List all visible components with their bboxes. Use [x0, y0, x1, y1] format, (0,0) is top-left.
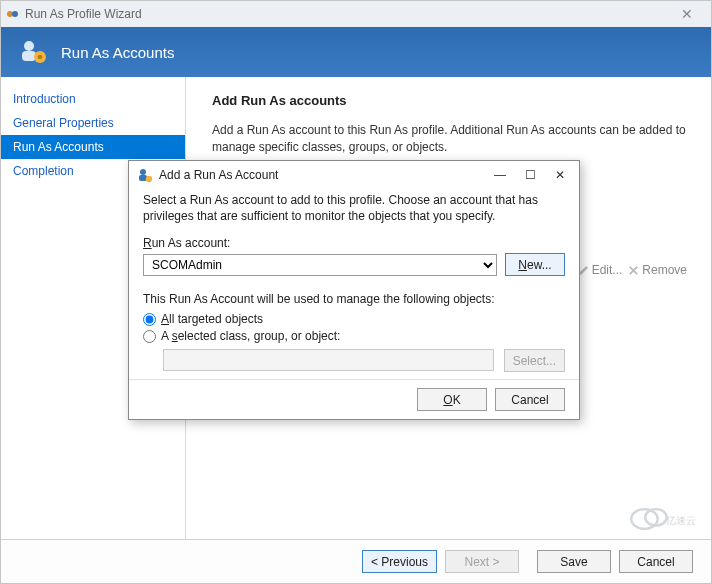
svg-point-6: [140, 169, 146, 175]
ok-button[interactable]: OK: [417, 388, 487, 411]
radio-all-targeted[interactable]: All targeted objects: [143, 312, 565, 326]
window-close-button[interactable]: ✕: [667, 6, 707, 22]
run-as-account-label: Run As account:: [143, 236, 565, 250]
svg-rect-7: [139, 175, 147, 181]
select-object-button: Select...: [504, 349, 565, 372]
sidebar-item-general-properties[interactable]: General Properties: [1, 111, 185, 135]
remove-action[interactable]: Remove: [628, 263, 687, 277]
radio-selected-label: A selected class, group, or object:: [161, 329, 340, 343]
page-heading: Add Run As accounts: [212, 93, 691, 108]
svg-point-2: [24, 41, 34, 51]
runas-icon: [17, 36, 49, 68]
dialog-instruction: Select a Run As account to add to this p…: [143, 193, 565, 224]
svg-rect-3: [22, 51, 36, 61]
dialog-title: Add a Run As Account: [159, 168, 485, 182]
wizard-banner: Run As Accounts: [1, 27, 711, 77]
dialog-maximize-button[interactable]: ☐: [515, 168, 545, 182]
cancel-button-dialog[interactable]: Cancel: [495, 388, 565, 411]
radio-selected-object-input[interactable]: [143, 330, 156, 343]
svg-point-8: [146, 176, 152, 182]
save-button[interactable]: Save: [537, 550, 611, 573]
page-description: Add a Run As account to this Run As prof…: [212, 122, 691, 156]
edit-label: Edit...: [592, 263, 623, 277]
remove-label: Remove: [642, 263, 687, 277]
previous-button[interactable]: < Previous: [362, 550, 437, 573]
used-for-text: This Run As Account will be used to mana…: [143, 292, 565, 306]
radio-all-targeted-input[interactable]: [143, 313, 156, 326]
svg-point-1: [12, 11, 18, 17]
window-titlebar: Run As Profile Wizard ✕: [1, 1, 711, 27]
cancel-button-footer[interactable]: Cancel: [619, 550, 693, 573]
banner-title: Run As Accounts: [61, 44, 174, 61]
radio-all-label: All targeted objects: [161, 312, 263, 326]
edit-action[interactable]: Edit...: [578, 263, 623, 277]
run-as-account-select[interactable]: SCOMAdmin: [143, 254, 497, 276]
dialog-titlebar: Add a Run As Account — ☐ ✕: [129, 161, 579, 189]
dialog-icon: [137, 167, 153, 183]
sidebar-item-introduction[interactable]: Introduction: [1, 87, 185, 111]
sidebar-item-run-as-accounts[interactable]: Run As Accounts: [1, 135, 185, 159]
svg-point-5: [38, 55, 43, 60]
delete-icon: [628, 265, 639, 276]
dialog-minimize-button[interactable]: —: [485, 168, 515, 182]
add-run-as-account-dialog: Add a Run As Account — ☐ ✕ Select a Run …: [128, 160, 580, 420]
dialog-footer: OK Cancel: [129, 379, 579, 419]
radio-selected-object[interactable]: A selected class, group, or object:: [143, 329, 565, 343]
window-title: Run As Profile Wizard: [21, 7, 667, 21]
new-account-button[interactable]: New...: [505, 253, 565, 276]
next-button: Next >: [445, 550, 519, 573]
dialog-close-button[interactable]: ✕: [545, 168, 575, 182]
wizard-footer: < Previous Next > Save Cancel: [1, 539, 711, 583]
wizard-icon: [5, 6, 21, 22]
selected-object-field: [163, 349, 494, 371]
